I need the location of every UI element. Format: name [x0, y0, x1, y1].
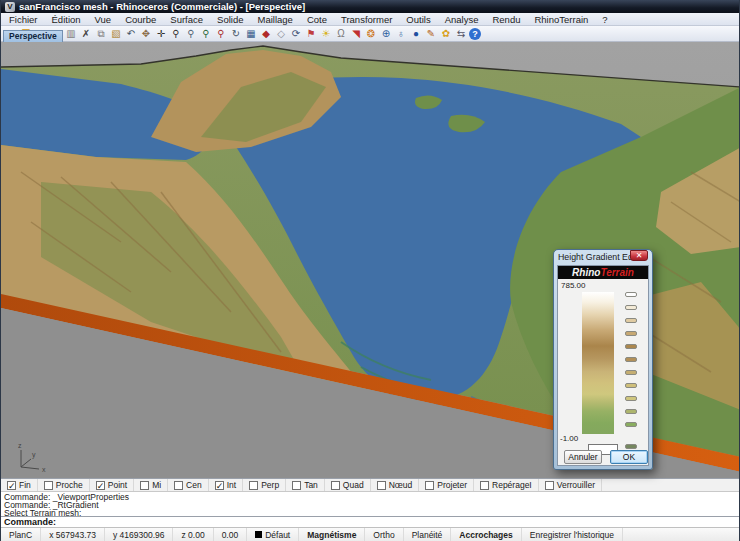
menu-item-?[interactable]: ? — [602, 14, 607, 25]
gradient-stop-handle[interactable] — [625, 305, 637, 310]
status-cell-dfaut[interactable]: Défaut — [247, 528, 299, 541]
checkbox-icon[interactable] — [44, 481, 53, 490]
named-view-icon[interactable]: ⚑ — [304, 27, 318, 41]
osnap-toggle-verrouiller[interactable]: Verrouiller — [539, 479, 602, 491]
analyze-surface-icon[interactable]: ◥ — [349, 27, 363, 41]
status-cell-ortho[interactable]: Ortho — [365, 528, 403, 541]
pan-hand-icon[interactable]: ✥ — [139, 27, 153, 41]
osnap-toggle-tan[interactable]: Tan — [286, 479, 325, 491]
osnap-toggle-perp[interactable]: Perp — [243, 479, 286, 491]
osnap-toggle-nud[interactable]: Nœud — [371, 479, 420, 491]
rt-pen-icon[interactable]: ✎ — [424, 27, 438, 41]
status-cell-planc[interactable]: PlanC — [1, 528, 41, 541]
osnap-toggle-proche[interactable]: Proche — [38, 479, 90, 491]
menu-item-rhinoterrain[interactable]: RhinoTerrain — [534, 14, 588, 25]
gradient-stop-handle[interactable] — [625, 383, 637, 388]
checkbox-icon[interactable]: ✓ — [7, 481, 16, 490]
earth-icon[interactable]: ● — [409, 27, 423, 41]
zoom-window-icon[interactable]: ⚲ — [199, 27, 213, 41]
gradient-stop-handle[interactable] — [625, 422, 637, 427]
menu-item-vue[interactable]: Vue — [95, 14, 112, 25]
gradient-stop-handle[interactable] — [625, 331, 637, 336]
delete-icon[interactable]: ✗ — [79, 27, 93, 41]
menu-item-rendu[interactable]: Rendu — [492, 14, 520, 25]
osnap-toggle-projeter[interactable]: Projeter — [419, 479, 474, 491]
move-icon[interactable]: ✛ — [154, 27, 168, 41]
gradient-stop-handle[interactable] — [625, 396, 637, 401]
osnap-toggle-quad[interactable]: Quad — [325, 479, 371, 491]
checkbox-icon[interactable] — [377, 481, 386, 490]
osnap-toggle-int[interactable]: ✓Int — [209, 479, 243, 491]
area-centroid-icon[interactable]: ⊕ — [379, 27, 393, 41]
checkbox-icon[interactable] — [140, 481, 149, 490]
osnap-toggle-cen[interactable]: Cen — [168, 479, 209, 491]
lamp-icon[interactable]: ☀ — [319, 27, 333, 41]
menu-item-courbe[interactable]: Courbe — [125, 14, 156, 25]
command-input[interactable] — [60, 517, 738, 527]
status-cell-x56794373[interactable]: x 567943.73 — [41, 528, 105, 541]
osnap-toggle-fin[interactable]: ✓Fin — [1, 479, 38, 491]
height-gradient-bar[interactable] — [582, 292, 614, 434]
checkbox-icon[interactable]: ✓ — [215, 481, 224, 490]
gradient-stop-handle[interactable] — [625, 318, 637, 323]
help-icon[interactable]: ? — [469, 28, 481, 40]
gradient-stop-handle[interactable] — [625, 344, 637, 349]
paste-icon[interactable]: ▧ — [109, 27, 123, 41]
gradient-stop-handle[interactable] — [625, 370, 637, 375]
gradient-stop-handle[interactable] — [625, 357, 637, 362]
status-cell-z000[interactable]: z 0.00 — [173, 528, 213, 541]
color-wheel-icon[interactable]: ❂ — [364, 27, 378, 41]
status-cell-y416930096[interactable]: y 4169300.96 — [105, 528, 174, 541]
page-setup-icon[interactable]: ▥ — [64, 27, 78, 41]
status-cell-000[interactable]: 0.00 — [214, 528, 248, 541]
status-cell-enregistrerlhi[interactable]: Enregistrer l'historique — [522, 528, 623, 541]
menu-item-analyse[interactable]: Analyse — [445, 14, 479, 25]
status-cell-planit[interactable]: Planéité — [404, 528, 452, 541]
command-history[interactable]: Commande: _ViewportPropertiesCommande: _… — [1, 492, 740, 517]
checkbox-icon[interactable] — [545, 481, 554, 490]
checkbox-icon[interactable] — [292, 481, 301, 490]
menu-item-fichier[interactable]: Fichier — [9, 14, 38, 25]
rotate-view-icon[interactable]: ↻ — [229, 27, 243, 41]
checkbox-icon[interactable] — [331, 481, 340, 490]
rt-layers-icon[interactable]: ⇆ — [454, 27, 468, 41]
cancel-button[interactable]: Annuler — [564, 450, 602, 464]
menu-item-maillage[interactable]: Maillage — [257, 14, 292, 25]
zoom-dynamic-icon[interactable]: ⚲ — [184, 27, 198, 41]
menu-item-surface[interactable]: Surface — [170, 14, 203, 25]
menu-item-outils[interactable]: Outils — [406, 14, 430, 25]
checkbox-icon[interactable] — [174, 481, 183, 490]
zoom-icon[interactable]: ⚲ — [169, 27, 183, 41]
menu-item-solide[interactable]: Solide — [217, 14, 243, 25]
close-icon[interactable]: ✕ — [630, 250, 648, 261]
checkbox-icon[interactable] — [425, 481, 434, 490]
status-cell-label: Défaut — [265, 530, 290, 540]
render-shade-icon[interactable]: ◆ — [259, 27, 273, 41]
ok-button[interactable]: OK — [610, 450, 648, 464]
gradient-stop-handle[interactable] — [625, 409, 637, 414]
world-map-icon[interactable]: ♁ — [394, 27, 408, 41]
ghosted-shade-icon[interactable]: ◇ — [274, 27, 288, 41]
checkbox-icon[interactable] — [249, 481, 258, 490]
menu-item-transformer[interactable]: Transformer — [341, 14, 392, 25]
gradient-stop-handle[interactable] — [625, 292, 637, 297]
osnap-toggle-mi[interactable]: Mi — [134, 479, 168, 491]
menu-item-dition[interactable]: Édition — [52, 14, 81, 25]
status-cell-accrochages[interactable]: Accrochages — [451, 528, 521, 541]
copy-icon[interactable]: ⧉ — [94, 27, 108, 41]
gradient-stop-handle[interactable] — [625, 444, 637, 449]
osnap-toggle-repragei[interactable]: RepérageI — [474, 479, 539, 491]
checkbox-icon[interactable] — [480, 481, 489, 490]
osnap-toggle-point[interactable]: ✓Point — [90, 479, 134, 491]
zoom-extents-icon[interactable]: ⚲ — [214, 27, 228, 41]
checkbox-icon[interactable]: ✓ — [96, 481, 105, 490]
undo-icon[interactable]: ↶ — [124, 27, 138, 41]
undo-view-icon[interactable]: ⟳ — [289, 27, 303, 41]
status-cell-label: Planéité — [412, 530, 443, 540]
viewport-grid-icon[interactable]: ▦ — [244, 27, 258, 41]
menu-item-cote[interactable]: Cote — [307, 14, 327, 25]
rt-settings-icon[interactable]: ✿ — [439, 27, 453, 41]
lock-icon[interactable]: Ω — [334, 27, 348, 41]
status-cell-magntisme[interactable]: Magnétisme — [299, 528, 365, 541]
viewport-tab-perspective[interactable]: Perspective — [3, 30, 63, 42]
